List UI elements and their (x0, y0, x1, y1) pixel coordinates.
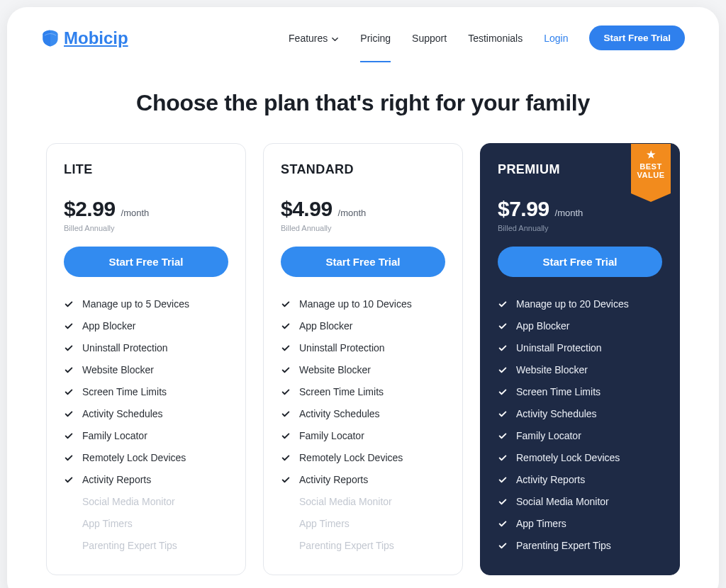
nav-testimonials[interactable]: Testimonials (468, 28, 523, 48)
nav-pricing-label: Pricing (360, 33, 391, 44)
feature-label: App Timers (299, 518, 350, 529)
feature-label: Manage up to 5 Devices (82, 298, 189, 310)
feature-item: App Blocker (64, 315, 228, 337)
feature-list: Manage up to 5 DevicesApp BlockerUninsta… (64, 293, 228, 556)
check-icon (498, 519, 508, 528)
check-icon (498, 453, 508, 463)
feature-item: Website Blocker (64, 358, 228, 380)
check-icon (498, 475, 508, 485)
plan-cta-button[interactable]: Start Free Trial (498, 247, 662, 277)
header-cta-label: Start Free Trial (603, 33, 671, 43)
feature-item: Uninstall Protection (498, 337, 662, 358)
brand-logo[interactable]: Mobicip (41, 28, 128, 48)
nav-pricing[interactable]: Pricing (360, 28, 391, 48)
feature-label: Uninstall Protection (516, 342, 602, 354)
plan-cta-label: Start Free Trial (325, 256, 400, 268)
feature-item: Manage up to 20 Devices (498, 293, 662, 315)
feature-item: Social Media Monitor (64, 490, 228, 512)
feature-item: Website Blocker (281, 358, 445, 380)
feature-label: Parenting Expert Tips (516, 540, 611, 551)
feature-label: Remotely Lock Devices (82, 452, 186, 463)
feature-label: Website Blocker (299, 364, 371, 375)
feature-item: Uninstall Protection (64, 337, 228, 358)
check-icon (498, 497, 508, 507)
nav-features[interactable]: Features (289, 28, 339, 48)
check-icon (498, 321, 508, 331)
plan-name: STANDARD (281, 162, 445, 177)
feature-list: Manage up to 10 DevicesApp BlockerUninst… (281, 293, 445, 556)
feature-item: Website Blocker (498, 358, 662, 380)
billed-note: Billed Annually (64, 224, 228, 232)
feature-label: Uninstall Protection (299, 342, 385, 354)
feature-item: Family Locator (64, 424, 228, 446)
feature-label: Activity Reports (82, 474, 151, 485)
chevron-down-icon (331, 34, 339, 42)
feature-label: Website Blocker (516, 364, 588, 375)
feature-item: Remotely Lock Devices (281, 446, 445, 468)
check-icon (281, 431, 291, 441)
check-icon (64, 431, 74, 441)
nav-login[interactable]: Login (544, 28, 568, 48)
check-icon (64, 365, 74, 375)
feature-label: Activity Schedules (516, 408, 597, 419)
header-cta-button[interactable]: Start Free Trial (589, 26, 685, 50)
feature-item: Parenting Expert Tips (64, 534, 228, 556)
feature-label: Uninstall Protection (82, 342, 168, 354)
main-nav: Features Pricing Support Testimonials Lo… (289, 26, 685, 50)
plan-premium: ★BESTVALUEPREMIUM$7.99/monthBilled Annua… (480, 143, 680, 575)
feature-item: Remotely Lock Devices (498, 446, 662, 468)
price-row: $4.99/month (281, 197, 445, 221)
plan-cta-button[interactable]: Start Free Trial (281, 247, 445, 277)
star-icon: ★ (631, 149, 671, 159)
feature-label: Social Media Monitor (516, 496, 609, 507)
page-frame: Mobicip Features Pricing Support Testimo… (7, 7, 719, 588)
feature-item: App Timers (64, 512, 228, 534)
feature-label: App Blocker (299, 320, 352, 332)
feature-item: Manage up to 5 Devices (64, 293, 228, 315)
feature-item: Screen Time Limits (64, 380, 228, 402)
brand-logo-icon (41, 29, 60, 47)
check-icon (498, 387, 508, 397)
feature-item: Manage up to 10 Devices (281, 293, 445, 315)
check-icon (64, 475, 74, 485)
feature-label: Activity Schedules (82, 408, 163, 419)
feature-label: Manage up to 20 Devices (516, 298, 629, 310)
check-icon (64, 409, 74, 419)
nav-support[interactable]: Support (412, 28, 447, 48)
feature-item: Activity Schedules (498, 402, 662, 424)
feature-label: Screen Time Limits (299, 386, 384, 397)
check-icon (498, 409, 508, 419)
plan-cta-button[interactable]: Start Free Trial (64, 247, 228, 277)
feature-label: App Blocker (82, 320, 135, 332)
check-icon (281, 321, 291, 331)
feature-label: App Timers (516, 518, 566, 529)
check-icon (281, 409, 291, 419)
price-period: /month (555, 208, 583, 218)
feature-item: Activity Reports (498, 468, 662, 490)
check-icon (281, 475, 291, 485)
price-row: $2.99/month (64, 197, 228, 221)
badge-line1: BEST (631, 162, 671, 171)
feature-label: Manage up to 10 Devices (299, 298, 412, 310)
check-icon (498, 365, 508, 375)
feature-item: Activity Reports (64, 468, 228, 490)
feature-item: Remotely Lock Devices (64, 446, 228, 468)
site-header: Mobicip Features Pricing Support Testimo… (41, 21, 685, 60)
check-icon (498, 343, 508, 353)
plan-lite: LITE$2.99/monthBilled AnnuallyStart Free… (46, 143, 246, 575)
feature-item: Social Media Monitor (281, 490, 445, 512)
feature-item: Uninstall Protection (281, 337, 445, 358)
feature-item: Activity Schedules (64, 402, 228, 424)
feature-item: App Timers (498, 512, 662, 534)
plan-cta-label: Start Free Trial (108, 256, 183, 268)
feature-item: Parenting Expert Tips (498, 534, 662, 556)
price-period: /month (121, 208, 150, 218)
check-icon (64, 299, 74, 309)
feature-item: App Timers (281, 512, 445, 534)
brand-name: Mobicip (64, 28, 128, 48)
plan-name: LITE (64, 162, 228, 177)
feature-label: Screen Time Limits (82, 386, 167, 397)
feature-item: Screen Time Limits (498, 380, 662, 402)
feature-item: App Blocker (281, 315, 445, 337)
feature-item: Activity Schedules (281, 402, 445, 424)
